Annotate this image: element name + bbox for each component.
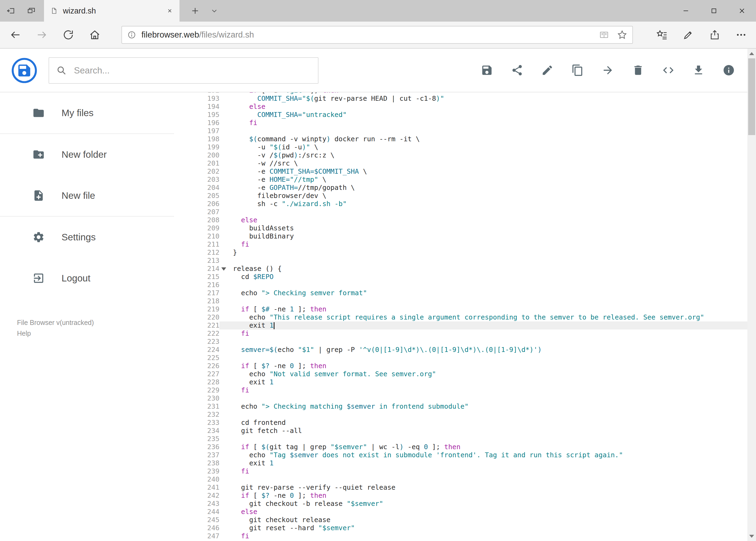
code-line-198[interactable]: 198 $(command -v winpty) docker run --rm… [174, 135, 747, 143]
code-line-193[interactable]: 193 COMMIT_SHA="$(git rev-parse HEAD | c… [174, 95, 747, 103]
code-line-220[interactable]: 220 echo "This release script requires a… [174, 313, 747, 321]
code-line-209[interactable]: 209 buildAssets [174, 224, 747, 232]
code-line-210[interactable]: 210 buildBinary [174, 232, 747, 241]
copy-button[interactable] [571, 64, 584, 76]
browser-tab-wizard-sh[interactable]: wizard.sh [44, 0, 179, 22]
back-button[interactable] [2, 22, 29, 48]
code-line-227[interactable]: 227 echo "Not valid semver format. See s… [174, 370, 747, 378]
sidebar-item-new-file[interactable]: New file [0, 175, 174, 216]
code-line-218[interactable]: 218 [174, 297, 747, 305]
code-line-200[interactable]: 200 -v /$(pwd):/src:z \ [174, 151, 747, 159]
tab-close-icon[interactable] [166, 7, 173, 15]
new-tab-button[interactable] [186, 0, 205, 22]
code-line-206[interactable]: 206 sh -c "./wizard.sh -b" [174, 200, 747, 208]
reading-view-icon[interactable] [599, 30, 609, 40]
web-note-button[interactable] [675, 22, 701, 48]
code-line-192[interactable]: 192 if [ -d ".git" ]; then [174, 92, 747, 95]
code-line-240[interactable]: 240 [174, 475, 747, 483]
code-line-215[interactable]: 215 cd $REPO [174, 273, 747, 281]
set-tabs-aside-button[interactable] [2, 0, 19, 22]
code-line-236[interactable]: 236 if [ $(git tag | grep "$semver" | wc… [174, 443, 747, 451]
window-maximize-button[interactable] [700, 0, 728, 22]
code-line-244[interactable]: 244 else [174, 508, 747, 516]
code-line-207[interactable]: 207 [174, 208, 747, 216]
code-line-213[interactable]: 213 [174, 257, 747, 265]
code-editor[interactable]: 192 if [ -d ".git" ]; then193 COMMIT_SHA… [174, 92, 747, 541]
rename-button[interactable] [541, 64, 554, 76]
code-line-237[interactable]: 237 echo "Tag $semver does not exist in … [174, 451, 747, 459]
forward-button[interactable] [29, 22, 55, 48]
code-line-239[interactable]: 239 fi [174, 467, 747, 475]
code-line-211[interactable]: 211 fi [174, 241, 747, 249]
delete-button[interactable] [632, 64, 644, 76]
code-line-228[interactable]: 228 exit 1 [174, 378, 747, 386]
search-input[interactable] [74, 65, 311, 76]
code-line-203[interactable]: 203 -e HOME="//tmp" \ [174, 176, 747, 184]
code-line-226[interactable]: 226 if [ $? -ne 0 ]; then [174, 362, 747, 370]
code-line-199[interactable]: 199 -u "$(id -u)" \ [174, 143, 747, 151]
code-line-202[interactable]: 202 -e COMMIT_SHA=$COMMIT_SHA \ [174, 168, 747, 176]
code-line-201[interactable]: 201 -w //src \ [174, 159, 747, 168]
code-line-246[interactable]: 246 git reset --hard "$semver" [174, 524, 747, 532]
scrollbar-down-arrow[interactable] [747, 532, 756, 540]
code-line-214[interactable]: 214release () { [174, 265, 747, 273]
share-button[interactable] [511, 64, 523, 76]
filebrowser-logo[interactable] [11, 58, 37, 84]
code-line-234[interactable]: 234 git fetch --all [174, 427, 747, 435]
code-line-223[interactable]: 223 [174, 337, 747, 346]
raw-code-button[interactable] [662, 64, 674, 76]
help-link[interactable]: Help [17, 328, 174, 339]
sidebar-item-my-files[interactable]: My files [0, 92, 174, 134]
code-line-225[interactable]: 225 [174, 354, 747, 362]
site-info-icon[interactable] [127, 30, 136, 40]
code-line-233[interactable]: 233 cd frontend [174, 419, 747, 427]
code-line-205[interactable]: 205 filebrowser/dev \ [174, 192, 747, 200]
code-line-216[interactable]: 216 [174, 281, 747, 289]
tabs-set-aside-button[interactable] [23, 0, 40, 22]
code-line-231[interactable]: 231 echo "> Checking matching $semver in… [174, 402, 747, 410]
code-line-224[interactable]: 224 semver=$(echo "$1" | grep -P '^v(0|[… [174, 346, 747, 354]
hub-favorites-button[interactable] [648, 22, 675, 48]
save-button[interactable] [481, 64, 493, 76]
info-button[interactable] [722, 64, 735, 76]
code-line-232[interactable]: 232 [174, 410, 747, 419]
sidebar-item-new-folder[interactable]: New folder [0, 134, 174, 175]
code-line-241[interactable]: 241 git rev-parse --verify --quiet relea… [174, 483, 747, 492]
sidebar-item-settings[interactable]: Settings [0, 217, 174, 258]
tab-previews-toggle[interactable] [206, 0, 223, 22]
scrollbar-thumb[interactable] [748, 58, 755, 135]
move-button[interactable] [602, 64, 614, 76]
code-line-197[interactable]: 197 [174, 127, 747, 135]
more-options-button[interactable] [728, 22, 754, 48]
code-line-208[interactable]: 208 else [174, 216, 747, 224]
sidebar-item-logout[interactable]: Logout [0, 258, 174, 299]
scrollbar-up-arrow[interactable] [747, 49, 756, 58]
window-minimize-button[interactable] [672, 0, 700, 22]
code-line-243[interactable]: 243 git checkout -b release "$semver" [174, 500, 747, 508]
share-button[interactable] [701, 22, 728, 48]
window-close-button[interactable] [728, 0, 756, 22]
code-line-229[interactable]: 229 fi [174, 386, 747, 394]
code-line-196[interactable]: 196 fi [174, 119, 747, 127]
download-button[interactable] [692, 64, 705, 76]
code-line-219[interactable]: 219 if [ $# -ne 1 ]; then [174, 305, 747, 313]
code-line-230[interactable]: 230 [174, 394, 747, 402]
code-line-222[interactable]: 222 fi [174, 329, 747, 337]
code-line-242[interactable]: 242 if [ $? -ne 0 ]; then [174, 492, 747, 500]
code-line-194[interactable]: 194 else [174, 103, 747, 111]
code-line-235[interactable]: 235 [174, 435, 747, 443]
code-line-217[interactable]: 217 echo "> Checking semver format" [174, 289, 747, 297]
page-scrollbar[interactable] [747, 49, 756, 541]
code-line-245[interactable]: 245 git checkout release [174, 516, 747, 524]
code-line-238[interactable]: 238 exit 1 [174, 459, 747, 467]
code-line-221[interactable]: 221 exit 1 [174, 321, 747, 329]
address-bar[interactable]: filebrowser.web/files/wizard.sh [122, 26, 633, 44]
code-line-247[interactable]: 247 fi [174, 532, 747, 540]
search-bar[interactable] [49, 57, 319, 84]
code-line-212[interactable]: 212} [174, 249, 747, 257]
fold-arrow-icon[interactable] [221, 268, 226, 270]
code-line-204[interactable]: 204 -e GOPATH=//tmp/gopath \ [174, 184, 747, 192]
home-button[interactable] [82, 22, 108, 48]
refresh-button[interactable] [55, 22, 82, 48]
add-favorite-star-icon[interactable] [617, 29, 628, 40]
